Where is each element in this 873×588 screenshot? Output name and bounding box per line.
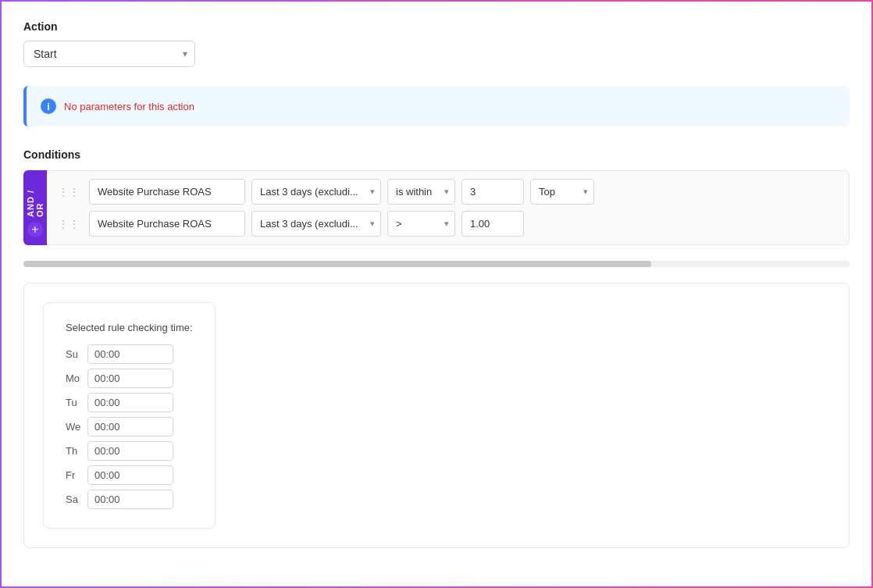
action-label: Action [23,20,850,33]
schedule-row-sa: Sa [66,490,193,509]
time-input-we[interactable] [87,417,173,437]
time-input-su[interactable] [87,344,173,364]
operator-select-wrap-1: is within > < ▾ [387,179,455,205]
day-label-sa: Sa [66,494,87,505]
time-input-mo[interactable] [87,369,173,388]
schedule-row-su: Su [66,344,193,364]
time-input-tu[interactable] [87,393,173,412]
day-label-we: We [66,421,87,433]
schedule-title: Selected rule checking time: [66,322,193,333]
action-section: Action Start Stop Pause ▾ [23,20,850,67]
and-or-label: AND / OR [26,175,45,217]
schedule-row-mo: Mo [66,369,193,388]
day-label-fr: Fr [66,469,87,481]
time-input-sa[interactable] [87,490,173,509]
operator-select-wrap-2: > is within < ▾ [387,211,455,237]
day-label-tu: Tu [66,397,87,408]
schedule-rows: Su Mo Tu We Th [66,344,193,509]
conditions-section: Conditions AND / OR + ⋮⋮ Last 3 days (ex… [23,148,850,245]
schedule-row-th: Th [66,441,193,461]
info-banner: i No parameters for this action [23,86,850,127]
operator-select-2[interactable]: > is within < [387,211,455,237]
horizontal-scrollbar[interactable] [23,261,850,267]
add-condition-button[interactable]: + [27,222,43,237]
action-select[interactable]: Start Stop Pause [23,41,195,67]
info-icon: i [41,98,56,114]
date-range-select-wrap-2: Last 3 days (excludi... ▾ [251,211,381,237]
scrollbar-thumb [23,261,651,267]
condition-value-2[interactable] [461,211,524,237]
top-select-1[interactable]: Top Bottom [530,179,594,205]
date-range-select-1[interactable]: Last 3 days (excludi... [251,179,381,205]
drag-handle-icon[interactable]: ⋮⋮ [55,216,83,232]
drag-handle-icon[interactable]: ⋮⋮ [55,184,83,200]
condition-field-1[interactable] [89,179,245,205]
conditions-wrapper: AND / OR + ⋮⋮ Last 3 days (excludi... ▾ [23,170,850,245]
schedule-outer-card: Selected rule checking time: Su Mo Tu We [23,283,850,548]
day-label-th: Th [66,445,87,457]
top-select-wrap-1: Top Bottom ▾ [530,179,594,205]
schedule-row-tu: Tu [66,393,193,412]
schedule-row-we: We [66,417,193,437]
time-input-fr[interactable] [87,465,173,485]
conditions-rows: ⋮⋮ Last 3 days (excludi... ▾ is within >… [47,170,850,245]
condition-field-2[interactable] [89,211,245,237]
condition-value-1[interactable] [461,179,524,205]
date-range-select-2[interactable]: Last 3 days (excludi... [251,211,381,237]
conditions-label: Conditions [23,148,850,161]
action-select-wrapper: Start Stop Pause ▾ [23,41,195,67]
date-range-select-wrap-1: Last 3 days (excludi... ▾ [251,179,381,205]
operator-select-1[interactable]: is within > < [387,179,455,205]
info-banner-text: No parameters for this action [64,101,194,112]
time-input-th[interactable] [87,441,173,461]
day-label-su: Su [66,348,87,360]
schedule-card: Selected rule checking time: Su Mo Tu We [43,302,216,529]
and-or-sidebar: AND / OR + [23,170,47,245]
day-label-mo: Mo [66,372,87,384]
condition-row: ⋮⋮ Last 3 days (excludi... ▾ is within >… [55,179,841,205]
condition-row: ⋮⋮ Last 3 days (excludi... ▾ > is within… [55,211,841,237]
schedule-row-fr: Fr [66,465,193,485]
